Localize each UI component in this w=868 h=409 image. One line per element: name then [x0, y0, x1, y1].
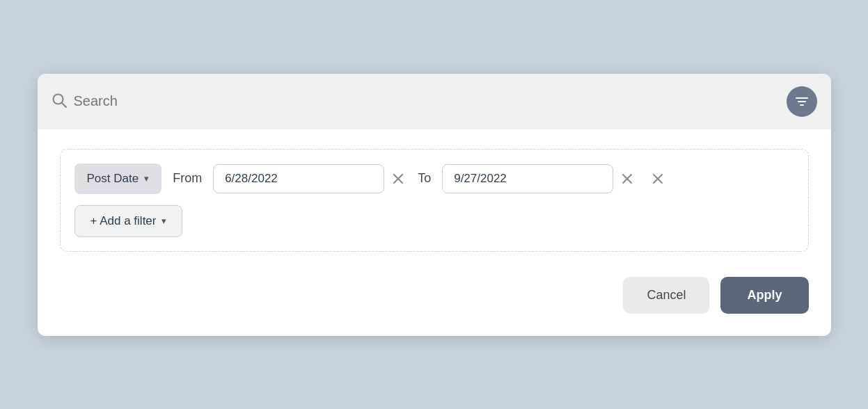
clear-from-date-button[interactable]	[390, 170, 407, 187]
close-icon	[652, 173, 663, 184]
chevron-down-icon: ▾	[144, 173, 149, 184]
search-left	[52, 93, 787, 111]
add-filter-label: + Add a filter	[90, 214, 157, 228]
clear-filter-row-button[interactable]	[649, 170, 666, 187]
dialog-body: Post Date ▾ From To	[38, 129, 831, 336]
filter-settings-icon	[794, 94, 810, 109]
post-date-button[interactable]: Post Date ▾	[74, 163, 162, 194]
search-icon	[52, 93, 67, 111]
close-icon	[393, 173, 404, 184]
cancel-button[interactable]: Cancel	[623, 277, 709, 314]
filter-row: Post Date ▾ From To	[74, 163, 794, 194]
from-label: From	[173, 171, 202, 186]
search-bar	[38, 74, 831, 129]
to-date-wrapper	[442, 164, 636, 193]
svg-line-1	[62, 103, 66, 107]
filter-settings-button[interactable]	[787, 86, 817, 117]
search-input[interactable]	[74, 93, 787, 109]
post-date-label: Post Date	[87, 172, 139, 186]
apply-button[interactable]: Apply	[720, 277, 808, 314]
filter-panel: Post Date ▾ From To	[60, 149, 809, 252]
to-label: To	[418, 171, 431, 186]
add-filter-row: + Add a filter ▾	[74, 205, 794, 237]
from-date-wrapper	[213, 164, 407, 193]
clear-to-date-button[interactable]	[619, 170, 636, 187]
close-icon	[622, 173, 633, 184]
add-filter-button[interactable]: + Add a filter ▾	[74, 205, 183, 237]
from-date-input[interactable]	[213, 164, 384, 193]
dialog-container: Post Date ▾ From To	[38, 74, 831, 336]
to-date-input[interactable]	[442, 164, 613, 193]
add-filter-chevron-icon: ▾	[161, 216, 166, 226]
dialog-footer: Cancel Apply	[60, 271, 809, 314]
